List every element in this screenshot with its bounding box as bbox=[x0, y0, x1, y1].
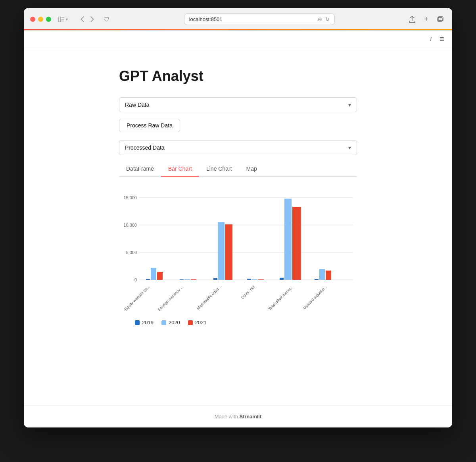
bar-fc-2021 bbox=[191, 279, 196, 280]
processed-data-dropdown[interactable]: Processed Data ▾ bbox=[119, 140, 357, 155]
address-bar[interactable]: localhost:8501 ⊕ ↻ bbox=[184, 13, 335, 25]
traffic-lights bbox=[30, 17, 51, 22]
bar-fc-2019 bbox=[180, 279, 184, 280]
share-button[interactable] bbox=[407, 14, 418, 25]
footer-text: Made with bbox=[215, 414, 240, 420]
browser-actions: + bbox=[407, 13, 446, 25]
chart-legend: 2019 2020 2021 bbox=[119, 320, 357, 325]
bar-on-2019 bbox=[247, 279, 251, 280]
bar-me-2020 bbox=[218, 222, 225, 280]
bar-eq-2020 bbox=[151, 268, 156, 280]
info-button[interactable]: i bbox=[428, 34, 433, 44]
legend-2020: 2020 bbox=[161, 320, 180, 325]
chart-area: 0 5,000 10,000 15,000 bbox=[119, 177, 357, 329]
svg-text:Total other incom...: Total other incom... bbox=[267, 285, 294, 312]
svg-text:Foreign currency ...: Foreign currency ... bbox=[157, 285, 184, 312]
page-content: GPT Analyst Raw Data ▾ Process Raw Data … bbox=[24, 48, 452, 405]
bar-ua-2021 bbox=[326, 271, 331, 280]
tab-map[interactable]: Map bbox=[239, 162, 264, 177]
raw-data-dropdown-container: Raw Data ▾ bbox=[119, 97, 357, 112]
close-button[interactable] bbox=[30, 17, 35, 22]
translate-icon: ⊕ bbox=[318, 16, 322, 22]
back-button[interactable] bbox=[78, 15, 86, 24]
page-footer: Made with Streamlit bbox=[24, 405, 452, 427]
bar-ti-2021 bbox=[292, 207, 301, 280]
processed-data-dropdown-value: Processed Data bbox=[125, 144, 165, 151]
bar-on-2020 bbox=[252, 279, 257, 280]
new-tab-button[interactable]: + bbox=[422, 13, 431, 25]
maximize-button[interactable] bbox=[46, 17, 51, 22]
raw-data-dropdown-value: Raw Data bbox=[125, 102, 149, 108]
footer-brand: Streamlit bbox=[240, 414, 262, 420]
svg-text:Marketable equit...: Marketable equit... bbox=[196, 285, 222, 311]
legend-dot-2020 bbox=[161, 320, 166, 325]
legend-dot-2021 bbox=[188, 320, 193, 325]
svg-text:Equity warrant va...: Equity warrant va... bbox=[123, 285, 150, 312]
tab-linechart[interactable]: Line Chart bbox=[199, 162, 239, 177]
process-raw-data-button[interactable]: Process Raw Data bbox=[119, 119, 180, 132]
bar-eq-2021 bbox=[157, 272, 163, 280]
legend-2021: 2021 bbox=[188, 320, 207, 325]
legend-label-2021: 2021 bbox=[195, 320, 207, 325]
bar-ti-2020 bbox=[284, 199, 292, 280]
legend-label-2020: 2020 bbox=[169, 320, 180, 325]
shield-icon: 🛡 bbox=[101, 14, 112, 24]
svg-text:0: 0 bbox=[134, 277, 137, 282]
bar-me-2019 bbox=[213, 278, 217, 280]
raw-data-dropdown[interactable]: Raw Data ▾ bbox=[119, 97, 357, 112]
svg-text:5,000: 5,000 bbox=[126, 250, 137, 255]
forward-button[interactable] bbox=[88, 15, 96, 24]
chevron-down-icon: ▾ bbox=[348, 102, 351, 108]
processed-data-dropdown-container: Processed Data ▾ bbox=[119, 140, 357, 155]
svg-text:Upward adjustm...: Upward adjustm... bbox=[302, 285, 328, 310]
bar-ua-2019 bbox=[315, 279, 319, 280]
loading-bar bbox=[24, 29, 452, 30]
tabs-container: DataFrame Bar Chart Line Chart Map bbox=[119, 162, 357, 177]
svg-text:Other, net: Other, net bbox=[240, 284, 256, 300]
legend-dot-2019 bbox=[135, 320, 140, 325]
bar-fc-2020 bbox=[184, 279, 190, 280]
sidebar-toggle-button[interactable]: ▾ bbox=[56, 15, 70, 23]
address-bar-area: localhost:8501 ⊕ ↻ bbox=[117, 13, 402, 25]
browser-chrome: ▾ 🛡 localhost:8501 ⊕ ↻ bbox=[24, 8, 452, 31]
address-icons: ⊕ ↻ bbox=[318, 16, 330, 22]
menu-button[interactable]: ≡ bbox=[438, 33, 446, 45]
svg-rect-0 bbox=[58, 17, 61, 22]
streamlit-toolbar: i ≡ bbox=[24, 31, 452, 48]
bar-eq-2019 bbox=[146, 279, 150, 280]
tabs-button[interactable] bbox=[435, 15, 446, 24]
tab-barchart[interactable]: Bar Chart bbox=[161, 162, 199, 177]
bar-ti-2019 bbox=[280, 278, 284, 280]
url-text: localhost:8501 bbox=[189, 16, 223, 22]
title-bar: ▾ 🛡 localhost:8501 ⊕ ↻ bbox=[24, 8, 452, 29]
chevron-down-icon-2: ▾ bbox=[348, 144, 351, 151]
svg-text:15,000: 15,000 bbox=[123, 195, 137, 200]
nav-controls bbox=[78, 15, 96, 24]
bar-on-2021 bbox=[258, 279, 264, 280]
tab-dataframe[interactable]: DataFrame bbox=[119, 162, 161, 177]
legend-label-2019: 2019 bbox=[142, 320, 154, 325]
bar-chart-svg: 0 5,000 10,000 15,000 bbox=[119, 185, 357, 312]
legend-2019: 2019 bbox=[135, 320, 154, 325]
page-title: GPT Analyst bbox=[119, 68, 357, 85]
svg-text:10,000: 10,000 bbox=[123, 223, 137, 227]
browser-window: ▾ 🛡 localhost:8501 ⊕ ↻ bbox=[24, 8, 452, 427]
bar-ua-2020 bbox=[319, 269, 325, 280]
refresh-icon[interactable]: ↻ bbox=[325, 16, 330, 22]
bar-me-2021 bbox=[225, 224, 232, 280]
minimize-button[interactable] bbox=[38, 17, 43, 22]
